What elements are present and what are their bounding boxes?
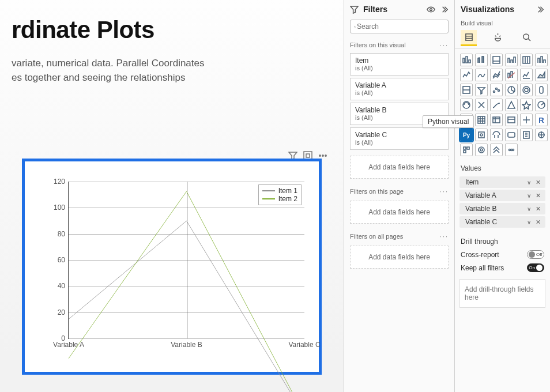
viz-type-icon[interactable] — [475, 84, 488, 96]
filters-pane: Filters Filters on this visual··· Itemis… — [344, 0, 454, 392]
svg-point-14 — [525, 88, 528, 92]
field-well-item[interactable]: Item∨✕ — [459, 176, 545, 188]
viz-type-icon[interactable] — [520, 69, 533, 81]
viz-type-icon[interactable] — [490, 69, 503, 81]
viz-type-icon[interactable] — [535, 69, 548, 81]
page-subtitle: variate, numerical data. Parallel Coordi… — [12, 56, 265, 85]
svg-point-11 — [498, 90, 500, 92]
svg-point-9 — [494, 91, 495, 93]
viz-type-r[interactable]: R — [535, 114, 548, 126]
viz-type-icon[interactable] — [535, 99, 548, 111]
viz-type-icon[interactable] — [475, 69, 488, 81]
viz-type-icon[interactable] — [460, 99, 473, 111]
section-all-filters: Filters on all pages··· — [344, 227, 454, 242]
field-well-item[interactable]: Variable A∨✕ — [459, 190, 545, 201]
viz-type-icon[interactable] — [505, 99, 518, 111]
tooltip-python-visual: Python visual — [423, 115, 474, 128]
eye-icon[interactable] — [427, 5, 435, 14]
viz-type-icon[interactable] — [490, 99, 503, 111]
add-fields-all[interactable]: Add data fields here — [350, 246, 449, 269]
chart-legend: Item 1Item 2 — [258, 184, 302, 205]
add-fields-visual[interactable]: Add data fields here — [350, 156, 449, 179]
svg-point-28 — [480, 149, 483, 151]
svg-point-1 — [319, 155, 321, 156]
viz-type-icon[interactable] — [490, 144, 503, 156]
viz-type-icon[interactable] — [535, 54, 548, 66]
filters-search[interactable] — [350, 20, 449, 33]
filter-card[interactable]: Variable Cis (All) — [350, 127, 449, 150]
tab-analytics[interactable] — [518, 30, 534, 46]
cross-report-toggle[interactable]: Off — [527, 250, 544, 259]
svg-rect-20 — [493, 117, 500, 123]
more-icon[interactable]: ··· — [440, 42, 449, 48]
field-name: Variable C — [465, 218, 497, 226]
viz-type-icon[interactable] — [505, 114, 518, 126]
svg-point-3 — [325, 155, 326, 156]
field-well-item[interactable]: Variable B∨✕ — [459, 203, 545, 214]
field-name: Variable A — [465, 191, 496, 199]
viz-type-python[interactable]: Py — [460, 129, 473, 141]
viz-type-icon[interactable] — [505, 84, 518, 96]
svg-point-2 — [322, 155, 323, 156]
filter-condition: is (All) — [355, 89, 443, 96]
keep-filters-row: Keep all filters On — [455, 261, 550, 274]
python-visual-container[interactable]: 020406080100120Variable AVariable BVaria… — [22, 159, 322, 375]
chevron-down-icon[interactable]: ∨ — [527, 219, 531, 225]
collapse-icon[interactable] — [536, 5, 544, 14]
viz-type-icon[interactable] — [490, 54, 503, 66]
remove-icon[interactable]: ✕ — [536, 218, 541, 226]
keep-filters-toggle[interactable]: On — [527, 263, 544, 272]
viz-type-icon[interactable] — [460, 69, 473, 81]
svg-rect-21 — [508, 117, 515, 123]
tab-build[interactable] — [461, 30, 477, 46]
viz-type-icon[interactable] — [490, 114, 503, 126]
report-canvas[interactable]: rdinate Plots variate, numerical data. P… — [0, 0, 344, 392]
drill-through-drop[interactable]: Add drill-through fields here — [459, 279, 545, 308]
viz-type-icon[interactable] — [520, 114, 533, 126]
viz-type-icon[interactable] — [520, 54, 533, 66]
tab-format[interactable] — [489, 30, 506, 46]
viz-type-icon[interactable] — [535, 84, 548, 96]
viz-type-icon[interactable] — [505, 129, 518, 141]
viz-type-icon[interactable] — [460, 84, 473, 96]
viz-type-icon[interactable] — [475, 144, 488, 156]
viz-type-icon[interactable] — [505, 144, 518, 156]
viz-type-icon[interactable] — [535, 129, 548, 141]
page-title: rdinate Plots — [12, 16, 332, 44]
filter-card[interactable]: Variable Ais (All) — [350, 78, 449, 100]
field-well-item[interactable]: Variable C∨✕ — [459, 216, 545, 228]
viz-type-icon[interactable] — [490, 129, 503, 141]
viz-type-icon[interactable] — [475, 129, 488, 141]
svg-point-7 — [523, 34, 528, 39]
svg-rect-22 — [479, 132, 484, 138]
filter-card[interactable]: Itemis (All) — [350, 53, 449, 76]
filter-field-name: Variable A — [355, 81, 443, 89]
more-icon[interactable]: ··· — [440, 188, 449, 195]
viz-type-icon[interactable] — [520, 99, 533, 111]
chevron-down-icon[interactable]: ∨ — [527, 179, 531, 186]
viz-type-icon[interactable] — [505, 54, 518, 66]
add-fields-page[interactable]: Add data fields here — [350, 201, 449, 224]
filter-field-name: Variable B — [355, 106, 443, 114]
viz-type-icon[interactable] — [475, 114, 488, 126]
remove-icon[interactable]: ✕ — [536, 205, 541, 213]
chevron-down-icon[interactable]: ∨ — [527, 193, 531, 199]
viz-type-icon[interactable] — [460, 54, 473, 66]
viz-type-icon[interactable] — [490, 84, 503, 96]
filter-condition: is (All) — [355, 65, 443, 71]
chevron-down-icon[interactable]: ∨ — [527, 206, 531, 212]
section-visual-filters: Filters on this visual··· — [344, 36, 454, 51]
remove-icon[interactable]: ✕ — [536, 192, 541, 199]
viz-type-icon[interactable] — [475, 54, 488, 66]
viz-type-icon[interactable] — [520, 129, 533, 141]
search-input[interactable] — [356, 22, 444, 31]
remove-icon[interactable]: ✕ — [536, 179, 541, 186]
viz-type-icon[interactable] — [475, 99, 488, 111]
svg-rect-24 — [508, 133, 515, 137]
more-icon[interactable]: ··· — [440, 233, 449, 240]
viz-type-icon[interactable] — [520, 84, 533, 96]
viz-type-icon[interactable] — [460, 144, 473, 156]
viz-type-icon[interactable] — [505, 69, 518, 81]
svg-point-31 — [513, 149, 514, 151]
collapse-icon[interactable] — [440, 5, 449, 14]
